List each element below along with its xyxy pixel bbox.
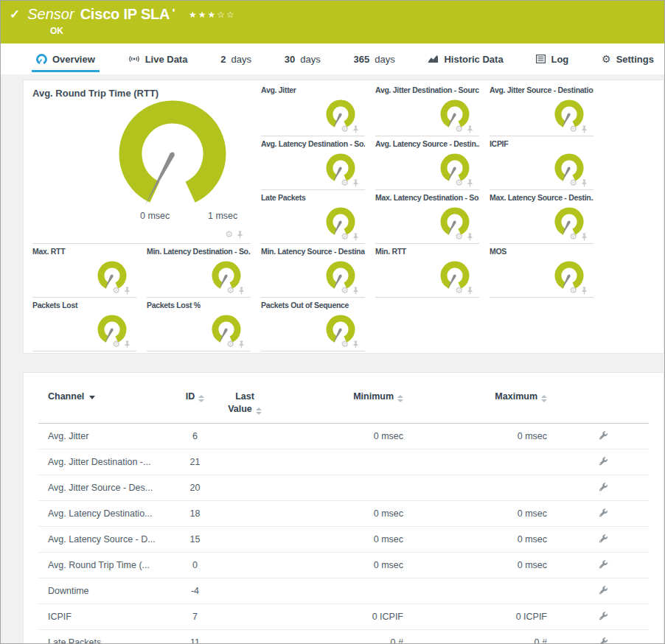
column-header-minimum[interactable]: Minimum	[274, 388, 403, 423]
gauge-label: Avg. Jitter	[261, 85, 365, 94]
channel-name[interactable]: Avg. Round Trip Time (...	[38, 552, 175, 578]
wrench-icon[interactable]	[598, 637, 608, 644]
channel-name[interactable]: Downtime	[38, 578, 175, 603]
tab-overview[interactable]: Overview	[36, 43, 95, 74]
column-header-id[interactable]: ID	[175, 388, 215, 423]
channel-id: 15	[175, 526, 215, 552]
table-row: Downtime -4	[38, 578, 649, 603]
main-gauge-panel[interactable]: Avg. Round Trip Time (RTT) 0 msec 1 msec…	[32, 83, 251, 244]
pin-icon[interactable]	[581, 179, 588, 187]
gauge-cell[interactable]: Max. Latency Destination - So... ⚙	[375, 190, 479, 244]
gauge-cell[interactable]: Late Packets ⚙	[261, 190, 365, 244]
gauge-cell[interactable]: Avg. Jitter Source - Destination ⚙	[490, 83, 593, 136]
gauge-cell[interactable]: Min. Latency Destination - So... ⚙	[147, 244, 251, 298]
gauge-cell[interactable]: ICPIF ⚙	[490, 136, 593, 190]
gear-icon[interactable]: ⚙	[455, 286, 463, 295]
gauge-cell[interactable]: Packets Lost % ⚙	[147, 298, 251, 351]
gauge-cell[interactable]: Max. Latency Source - Destin... ⚙	[490, 190, 593, 244]
channel-maximum	[403, 578, 547, 603]
gauge-cell[interactable]: Avg. Latency Source - Destin... ⚙	[375, 136, 479, 190]
wrench-icon[interactable]	[598, 585, 608, 595]
pin-icon[interactable]	[238, 340, 245, 349]
column-header-last-value[interactable]: Last Value	[215, 388, 274, 423]
column-header-channel[interactable]: Channel	[38, 388, 175, 423]
gear-icon[interactable]: ⚙	[455, 178, 463, 187]
gauge-cell[interactable]: MOS ⚙	[490, 244, 593, 298]
pin-icon[interactable]	[467, 233, 473, 241]
channel-last-value	[215, 552, 274, 578]
gear-icon[interactable]: ⚙	[455, 232, 463, 241]
gauge-grid: Avg. Round Trip Time (RTT) 0 msec 1 msec…	[32, 83, 593, 351]
pin-icon[interactable]	[352, 233, 359, 241]
pin-icon[interactable]	[238, 287, 245, 295]
gear-icon[interactable]: ⚙	[341, 178, 349, 187]
gear-icon[interactable]: ⚙	[226, 340, 234, 349]
pin-icon[interactable]	[352, 340, 359, 349]
gear-icon[interactable]: ⚙	[226, 286, 234, 295]
pin-icon[interactable]	[352, 179, 359, 187]
pin-icon[interactable]	[581, 125, 588, 133]
pin-icon[interactable]	[352, 287, 359, 295]
gear-icon[interactable]: ⚙	[341, 286, 349, 295]
flag-icon[interactable]: ◐︎	[172, 5, 177, 14]
channel-maximum: 0 msec	[403, 500, 547, 526]
gauge-cell[interactable]: Min. RTT ⚙	[375, 244, 479, 298]
gauge-label: Packets Lost	[32, 301, 136, 309]
channel-name[interactable]: Avg. Jitter	[38, 423, 175, 449]
pin-icon[interactable]	[581, 233, 588, 241]
gauge-cell[interactable]: Max. RTT ⚙	[32, 244, 136, 298]
channel-name[interactable]: Avg. Jitter Source - Des...	[38, 475, 175, 500]
gear-icon[interactable]: ⚙	[569, 286, 577, 295]
wrench-icon[interactable]	[598, 482, 608, 492]
gear-icon[interactable]: ⚙	[225, 230, 233, 239]
wrench-icon[interactable]	[598, 456, 608, 466]
pin-icon[interactable]	[467, 179, 473, 187]
tab-live-data[interactable]: Live Data	[128, 43, 188, 74]
channel-name[interactable]: Late Packets	[38, 629, 175, 644]
wrench-icon[interactable]	[598, 559, 608, 570]
pin-icon[interactable]	[581, 287, 588, 295]
gear-icon[interactable]: ⚙	[341, 232, 349, 241]
pin-icon[interactable]	[124, 340, 130, 349]
gear-icon[interactable]: ⚙	[341, 125, 349, 133]
gauge-cell[interactable]: Packets Out of Sequence ⚙	[261, 298, 365, 351]
gear-icon[interactable]: ⚙	[341, 340, 349, 349]
pin-icon[interactable]	[352, 125, 359, 133]
pin-icon[interactable]	[467, 287, 473, 295]
column-header-maximum[interactable]: Maximum	[403, 388, 547, 423]
tab-historic-data[interactable]: Historic Data	[428, 43, 503, 74]
page-title: Cisco IP SLA	[80, 6, 170, 23]
wrench-icon[interactable]	[598, 611, 608, 621]
pin-icon[interactable]	[237, 231, 243, 239]
channel-name[interactable]: Avg. Latency Destinatio...	[38, 500, 175, 526]
tab-log[interactable]: Log	[536, 43, 568, 74]
gauge-cell[interactable]: Avg. Latency Destination - So... ⚙	[261, 136, 365, 190]
channel-name[interactable]: Avg. Jitter Destination -...	[38, 449, 175, 475]
tab-settings[interactable]: ⚙ Settings	[602, 43, 654, 74]
channel-name[interactable]: Avg. Latency Source - D...	[38, 526, 175, 552]
tab-30-days[interactable]: 30 days	[285, 43, 321, 74]
channel-maximum	[403, 475, 547, 500]
channel-table-body: Avg. Jitter 6 0 msec 0 msec Avg. Jitter …	[38, 423, 649, 644]
gear-icon[interactable]: ⚙	[112, 340, 120, 349]
gauge-cell[interactable]: Min. Latency Source - Destina... ⚙	[261, 244, 365, 298]
tab-2-days[interactable]: 2 days	[220, 43, 251, 74]
wrench-icon[interactable]	[598, 533, 608, 544]
pin-icon[interactable]	[124, 287, 130, 295]
tab-365-days[interactable]: 365 days	[353, 43, 394, 74]
wrench-icon[interactable]	[598, 508, 608, 518]
gear-icon[interactable]: ⚙	[112, 286, 120, 295]
priority-rating-stars[interactable]: ★★★☆☆	[189, 10, 236, 20]
gauge-label: Min. Latency Destination - So...	[147, 247, 251, 256]
gauge-cell[interactable]: Packets Lost ⚙	[32, 298, 136, 351]
gear-icon[interactable]: ⚙	[569, 232, 577, 241]
gear-icon[interactable]: ⚙	[569, 178, 577, 187]
gauge-cell[interactable]: Avg. Jitter ⚙	[261, 83, 365, 136]
gear-icon[interactable]: ⚙	[455, 125, 463, 133]
channel-name[interactable]: ICPIF	[38, 603, 175, 629]
gauge-cell[interactable]: Avg. Jitter Destination - Source ⚙	[375, 83, 479, 136]
pin-icon[interactable]	[467, 125, 473, 133]
wrench-icon[interactable]	[598, 430, 608, 441]
table-row: Avg. Round Trip Time (... 0 0 msec 0 mse…	[38, 552, 649, 578]
gear-icon[interactable]: ⚙	[569, 125, 577, 133]
